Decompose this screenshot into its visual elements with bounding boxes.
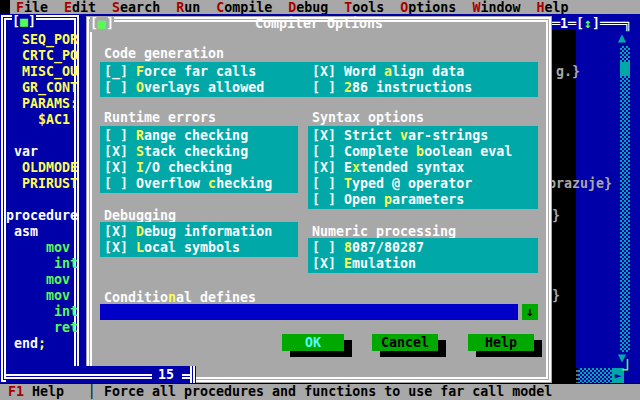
vertical-scrollbar-track[interactable] (620, 46, 630, 352)
checkbox-state: _ (112, 64, 120, 79)
checkbox-state (320, 192, 328, 207)
checkbox-typed-operator[interactable]: [ ] Typed @ operator (312, 176, 472, 192)
compiler-options-dialog: [■] Compiler Options Code generation[_] … (86, 16, 552, 383)
checkbox-state (112, 80, 120, 95)
menu-item-compile[interactable]: Compile (216, 0, 272, 15)
checkbox-complete-boolean-eval[interactable]: [ ] Complete boolean eval (312, 144, 512, 160)
checkbox-state (320, 176, 328, 191)
code-line: $AC1 (38, 112, 70, 128)
top-left-black-square (0, 0, 10, 15)
close-icon: ■ (98, 16, 106, 31)
conditional-defines-input[interactable] (100, 304, 518, 320)
dialog-title: Compiler Options (86, 16, 552, 32)
menu-item-options[interactable]: Options (400, 0, 456, 15)
code-line: ret (54, 320, 78, 336)
vertical-scrollbar-thumb[interactable] (620, 62, 630, 76)
code-line: mov (46, 240, 70, 256)
checkbox-state: X (320, 160, 328, 175)
checkbox-open-parameters[interactable]: [ ] Open parameters (312, 192, 464, 208)
checkbox-8087-80287[interactable]: [ ] 8087/80287 (312, 240, 424, 256)
code-line: int (54, 256, 78, 272)
window-close-button[interactable]: [■] (12, 14, 36, 30)
left-editor-window[interactable]: SEQ_PORCRTC_POMISC_OUGR_CONTPARAMS:$AC1v… (0, 14, 80, 383)
editor-text-fragment: brazuje} (548, 176, 612, 192)
checkbox-range-checking[interactable]: [ ] Range checking (104, 128, 248, 144)
code-line: var (14, 144, 38, 160)
code-line: GR_CONT (22, 80, 78, 96)
menu-item-debug[interactable]: Debug (288, 0, 328, 15)
checkbox-emulation[interactable]: [X] Emulation (312, 256, 416, 272)
checkbox-state (320, 80, 328, 95)
code-line: SEQ_POR (22, 32, 78, 48)
checkbox-state (320, 144, 328, 159)
checkbox-286-instructions[interactable]: [ ] 286 instructions (312, 80, 472, 96)
checkbox-state: X (112, 160, 120, 175)
code-line: asm (14, 224, 38, 240)
dialog-close-button[interactable]: [■] (90, 16, 114, 32)
menu-item-edit[interactable]: Edit (64, 0, 96, 15)
screen: FileEditSearchRunCompileDebugToolsOption… (0, 0, 640, 400)
checkbox-extended-syntax[interactable]: [X] Extended syntax (312, 160, 464, 176)
checkbox-force-far-calls[interactable]: [_] Force far calls (104, 64, 256, 80)
code-line: PRIRUST (22, 176, 78, 192)
window-zoom-icon: ↕ (584, 16, 592, 31)
checkbox-state: X (112, 224, 120, 239)
group-title-code-generation: Code generation (104, 46, 224, 62)
checkbox-stack-checking[interactable]: [X] Stack checking (104, 144, 248, 160)
menu-item-help[interactable]: Help (536, 0, 568, 15)
menu-item-search[interactable]: Search (112, 0, 160, 15)
editor-text-fragment: g.} (556, 64, 580, 80)
horizontal-scrollbar-track[interactable] (578, 368, 612, 383)
status-message: Force all procedures and functions to us… (104, 384, 552, 400)
status-separator: │ (88, 384, 96, 400)
code-line: CRTC_PO (22, 48, 78, 64)
menu-bar: FileEditSearchRunCompileDebugToolsOption… (0, 0, 640, 15)
menu-item-tools[interactable]: Tools (344, 0, 384, 15)
scroll-up-icon[interactable]: ▲ (618, 30, 632, 46)
status-key[interactable]: F1 (8, 384, 24, 400)
group-title-runtime-errors: Runtime errors (104, 110, 216, 126)
checkbox-strict-var-strings[interactable]: [X] Strict var-strings (312, 128, 488, 144)
group-title-syntax-options: Syntax options (312, 110, 424, 126)
checkbox-state (112, 128, 120, 143)
history-dropdown-button[interactable]: ↓ (522, 304, 538, 320)
checkbox-state: X (112, 144, 120, 159)
menu-item-file[interactable]: File (16, 0, 48, 15)
ok-button[interactable]: OK (282, 334, 344, 351)
checkbox-word-align-data[interactable]: [X] Word align data (312, 64, 464, 80)
cancel-button[interactable]: Cancel (372, 334, 438, 351)
checkbox-state: X (320, 64, 328, 79)
editor-text-fragment: } (552, 208, 560, 224)
checkbox-local-symbols[interactable]: [X] Local symbols (104, 240, 240, 256)
code-line: end; (14, 336, 46, 352)
editor-text-fragment: } (552, 288, 560, 304)
menu-item-window[interactable]: Window (472, 0, 520, 15)
code-line: PARAMS: (22, 96, 78, 112)
window-resize-corner-icon[interactable]: ┘ (622, 362, 640, 382)
checkbox-state: X (112, 240, 120, 255)
code-line: OLDMODE (22, 160, 78, 176)
status-bar: F1 Help │ Force all procedures and funct… (0, 384, 640, 400)
code-line: MISC_OU (22, 64, 78, 80)
checkbox-i-o-checking[interactable]: [X] I/O checking (104, 160, 232, 176)
menu-item-run[interactable]: Run (176, 0, 200, 15)
checkbox-state (112, 176, 120, 191)
code-line: mov (46, 288, 70, 304)
line-indicator-strip: 15 (6, 366, 196, 383)
window-number: 1 (560, 16, 568, 31)
help-button[interactable]: Help (468, 334, 534, 351)
code-line: procedure (6, 208, 78, 224)
checkbox-debug-information[interactable]: [X] Debug information (104, 224, 272, 240)
checkbox-overlays-allowed[interactable]: [ ] Overlays allowed (104, 80, 264, 96)
checkbox-state: X (320, 128, 328, 143)
close-icon: ■ (20, 14, 28, 29)
code-line: mov (46, 272, 70, 288)
checkbox-state: X (320, 256, 328, 271)
checkbox-state (320, 240, 328, 255)
status-key-label[interactable]: Help (32, 384, 64, 400)
line-indicator: 15 (158, 367, 174, 383)
checkbox-overflow-checking[interactable]: [ ] Overflow checking (104, 176, 272, 192)
dialog-shadow (552, 30, 576, 383)
code-line: int (54, 304, 78, 320)
